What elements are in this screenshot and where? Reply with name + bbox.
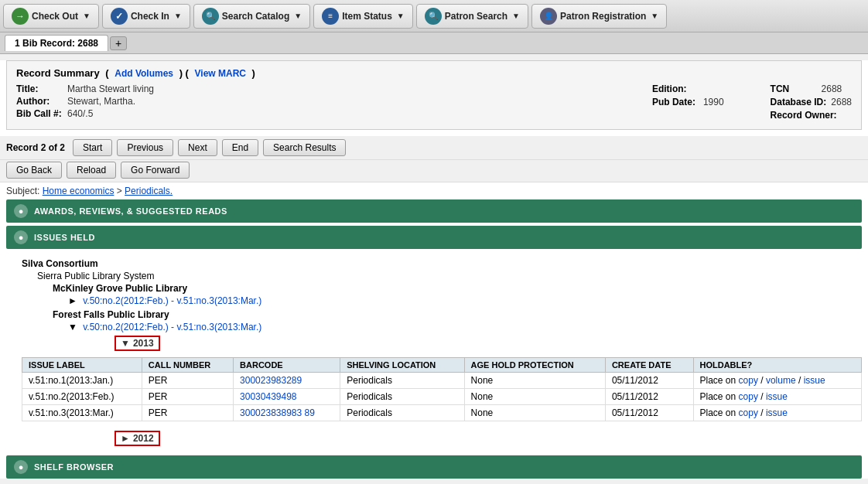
issue-label-3: v.51:no.3(2013:Mar.) (22, 405, 142, 421)
toolbar: → Check Out ▼ ✓ Check In ▼ 🔍 Search Cata… (0, 0, 868, 32)
checkin-button[interactable]: ✓ Check In ▼ (102, 4, 190, 29)
database-id-row: Database ID: 2688 (771, 97, 852, 107)
copy-link-1[interactable]: copy (739, 375, 758, 386)
pub-date-label: Pub Date: (652, 97, 699, 107)
search-catalog-button[interactable]: 🔍 Search Catalog ▼ (193, 4, 310, 29)
shelving-location-3: Periodicals (340, 405, 464, 421)
subject-link-home-economics[interactable]: Home economics (43, 186, 114, 196)
branch2-arrow: ▼ (68, 322, 77, 332)
record-meta-left: Title: Martha Stewart living Author: Ste… (16, 84, 621, 123)
branch2-name: Forest Falls Public Library (22, 309, 862, 320)
issues-table-header-row: ISSUE LABEL CALL NUMBER BARCODE SHELVING… (22, 358, 862, 373)
checkin-icon: ✓ (111, 8, 128, 25)
author-label: Author: (16, 96, 63, 107)
issues-held-section-header[interactable]: ● ISSUES HELD (6, 226, 862, 249)
awards-section-header[interactable]: ● AWARDS, REVIEWS, & SUGGESTED READS (6, 199, 862, 223)
meta-col-edition: Edition: Pub Date: 1990 (652, 84, 724, 123)
shelf-browser-toggle-icon: ● (14, 460, 28, 474)
volume-link-1[interactable]: volume (766, 375, 796, 386)
patron-search-button[interactable]: 🔍 Patron Search ▼ (416, 4, 528, 29)
navigation-row-2: Go Back Reload Go Forward (0, 160, 868, 182)
age-hold-1: None (464, 373, 605, 389)
bib-call-label: Bib Call #: (16, 108, 63, 119)
go-back-button[interactable]: Go Back (6, 162, 62, 179)
record-owner-row: Record Owner: (771, 110, 852, 121)
col-shelving-location: SHELVING LOCATION (340, 358, 464, 373)
copy-link-2[interactable]: copy (739, 391, 758, 402)
issue-link-3[interactable]: issue (766, 407, 788, 418)
go-forward-button[interactable]: Go Forward (121, 162, 190, 179)
holdable-2: Place on copy / issue (693, 389, 861, 405)
checkin-label: Check In (131, 11, 169, 22)
subject-separator: > (117, 186, 125, 196)
title-value: Martha Stewart living (67, 84, 154, 94)
year-2012-toggle-row: ► 2012 (68, 428, 862, 449)
patron-registration-button[interactable]: 👤 Patron Registration ▼ (531, 4, 667, 29)
navigation-row: Record 2 of 2 Start Previous Next End Se… (0, 136, 868, 160)
shelving-location-1: Periodicals (340, 373, 464, 389)
search-results-button[interactable]: Search Results (263, 139, 346, 156)
tcn-value: 2688 (822, 84, 842, 94)
year-2013-toggle[interactable]: ▼ 2013 (114, 336, 160, 351)
patron-registration-icon: 👤 (540, 8, 557, 25)
main-content: Record Summary ( Add Volumes ) ( View MA… (0, 60, 868, 479)
issue-link-2[interactable]: issue (766, 391, 788, 402)
checkout-label: Check Out (32, 11, 78, 22)
end-button[interactable]: End (222, 139, 258, 156)
title-row: Title: Martha Stewart living (16, 84, 621, 94)
next-button[interactable]: Next (178, 139, 217, 156)
tab-plus-icon: + (115, 37, 121, 49)
tcn-label: TCN (771, 84, 817, 94)
table-row: v.51:no.1(2013:Jan.) PER 300023983289 Pe… (22, 373, 862, 389)
shelf-browser-section-title: SHELF BROWSER (34, 462, 114, 472)
start-button[interactable]: Start (73, 139, 112, 156)
barcode-link-3[interactable]: 300023838983 89 (240, 407, 315, 418)
year-2012-arrow: ► (121, 433, 130, 444)
record-meta: Title: Martha Stewart living Author: Ste… (16, 84, 852, 123)
branch1-volume-range: ► v.50:no.2(2012:Feb.) - v.51:no.3(2013:… (22, 295, 862, 306)
consortium-name: Silva Consortium (22, 258, 862, 269)
branch2-volume-link[interactable]: v.50:no.2(2012:Feb.) - v.51:no.3(2013:Ma… (83, 322, 261, 332)
patron-search-dropdown-arrow: ▼ (512, 12, 520, 20)
call-number-2: PER (142, 389, 233, 405)
database-id-value: 2688 (831, 97, 852, 107)
tcn-row: TCN 2688 (771, 84, 852, 94)
holdable-1: Place on copy / volume / issue (693, 373, 861, 389)
edition-row: Edition: (652, 84, 724, 94)
patron-search-label: Patron Search (445, 11, 507, 22)
view-marc-link[interactable]: View MARC (195, 68, 246, 79)
year-2013-toggle-row: ▼ 2013 (68, 336, 862, 354)
item-status-button[interactable]: ≡ Item Status ▼ (313, 4, 413, 29)
title-label: Title: (16, 84, 63, 94)
content-area: Subject: Home economics > Periodicals. ●… (0, 182, 868, 479)
item-status-icon: ≡ (322, 8, 339, 25)
add-volumes-link[interactable]: Add Volumes (114, 68, 173, 79)
tab-bib-record[interactable]: 1 Bib Record: 2688 (5, 35, 108, 51)
meta-col-tcn: TCN 2688 Database ID: 2688 Record Owner: (771, 84, 852, 123)
branch1-volume-link[interactable]: v.50:no.2(2012:Feb.) - v.51:no.3(2013:Ma… (83, 295, 261, 306)
patron-search-icon: 🔍 (425, 8, 442, 25)
patron-registration-dropdown-arrow: ▼ (651, 12, 658, 20)
tab-bar: 1 Bib Record: 2688 + (0, 32, 868, 54)
pub-date-value: 1990 (703, 97, 724, 107)
shelf-browser-section-header[interactable]: ● SHELF BROWSER (6, 455, 862, 479)
item-status-dropdown-arrow: ▼ (397, 12, 405, 20)
bib-call-row: Bib Call #: 640/.5 (16, 108, 621, 119)
checkout-button[interactable]: → Check Out ▼ (3, 4, 99, 29)
reload-button[interactable]: Reload (67, 162, 116, 179)
subject-link-periodicals[interactable]: Periodicals. (125, 186, 173, 196)
col-call-number: CALL NUMBER (142, 358, 233, 373)
shelving-location-2: Periodicals (340, 389, 464, 405)
barcode-link-2[interactable]: 30030439498 (240, 391, 296, 402)
year-2012-toggle[interactable]: ► 2012 (114, 431, 160, 446)
database-id-label: Database ID: (771, 97, 827, 107)
tab-add-button[interactable]: + (110, 36, 127, 50)
barcode-link-1[interactable]: 300023983289 (240, 375, 302, 386)
year-2013-arrow: ▼ (121, 338, 130, 349)
copy-link-3[interactable]: copy (739, 407, 758, 418)
previous-button[interactable]: Previous (117, 139, 173, 156)
checkout-icon: → (12, 8, 29, 25)
issue-link-1[interactable]: issue (804, 375, 825, 386)
call-number-1: PER (142, 373, 233, 389)
patron-registration-label: Patron Registration (560, 11, 646, 22)
